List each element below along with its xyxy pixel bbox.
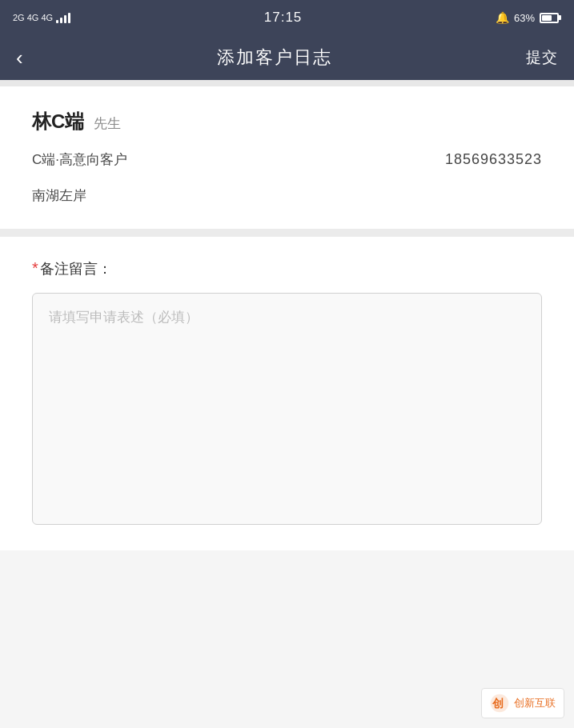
status-bar: 2G 4G 4G 17:15 🔔 63% xyxy=(0,0,574,35)
required-star: * xyxy=(32,259,38,277)
page-title: 添加客户日志 xyxy=(217,46,332,70)
customer-name: 林C端 xyxy=(32,109,84,134)
nav-bar: ‹ 添加客户日志 提交 xyxy=(0,35,574,80)
watermark-text: 创新互联 xyxy=(514,696,556,710)
watermark-logo-icon: 创 xyxy=(490,694,509,713)
customer-name-row: 林C端 先生 xyxy=(32,109,542,134)
note-label-text: 备注留言： xyxy=(40,261,112,277)
network-label: 2G 4G 4G xyxy=(13,13,53,22)
battery-icon xyxy=(540,13,561,23)
status-time: 17:15 xyxy=(264,10,303,26)
note-section: *备注留言： xyxy=(0,237,574,550)
signal-bars xyxy=(56,12,70,23)
customer-phone: 18569633523 xyxy=(445,151,542,168)
customer-card: 林C端 先生 C端·高意向客户 18569633523 南湖左岸 xyxy=(0,86,574,229)
note-textarea[interactable] xyxy=(32,293,542,525)
signal-area: 2G 4G 4G xyxy=(13,12,70,23)
watermark: 创 创新互联 xyxy=(481,688,564,718)
note-label: *备注留言： xyxy=(32,259,542,278)
back-button[interactable]: ‹ xyxy=(16,47,23,68)
nav-divider xyxy=(0,80,574,86)
battery-area: 🔔 63% xyxy=(496,11,561,24)
svg-text:创: 创 xyxy=(492,698,504,710)
section-divider xyxy=(0,229,574,237)
battery-percent: 63% xyxy=(514,12,535,24)
customer-type: C端·高意向客户 xyxy=(32,150,127,169)
customer-address: 南湖左岸 xyxy=(32,186,542,205)
customer-meta-row: C端·高意向客户 18569633523 xyxy=(32,150,542,169)
submit-button[interactable]: 提交 xyxy=(526,47,558,68)
customer-honorific: 先生 xyxy=(94,114,121,133)
bell-icon: 🔔 xyxy=(496,11,509,24)
